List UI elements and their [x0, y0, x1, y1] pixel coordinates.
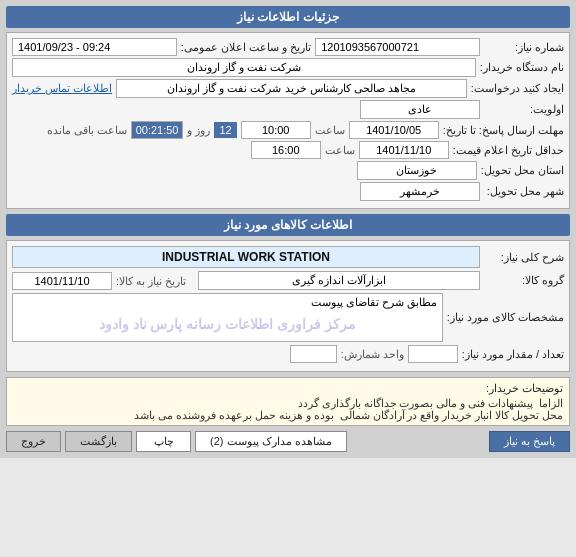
order-number-label: شماره نیاز: [484, 41, 564, 54]
priority-label: اولویت: [484, 103, 564, 116]
main-container: جزئیات اطلاعات نیاز شماره نیاز: 12010935… [0, 0, 576, 458]
city-value: خرمشهر [360, 182, 480, 201]
province-row: استان محل تحویل: خوزستان [12, 161, 564, 180]
specs-row: مشخصات کالای مورد نیاز: مطابق شرح تقاضای… [12, 293, 564, 342]
priority-row: اولویت: عادی [12, 100, 564, 119]
watermark-area: مرکز فراوری اطلاعات رسانه پارس ناد وادود [18, 309, 437, 339]
btn-group-right: پاسخ به نیاز [489, 431, 570, 452]
datetime-value: 1401/09/23 - 09:24 [12, 38, 177, 56]
goods-specs-box: مطابق شرح تقاضای پیوست مرکز فراوری اطلاع… [12, 293, 443, 342]
respond-button[interactable]: پاسخ به نیاز [489, 431, 570, 452]
goods-name-label: شرح کلی نیاز: [484, 251, 564, 264]
send-time-value: 10:00 [241, 121, 311, 139]
buyer-contact-link[interactable]: اطلاعات تماس خریدار [12, 82, 112, 95]
order-number-value: 1201093567000721 [315, 38, 480, 56]
goods-name-value: INDUSTRIAL WORK STATION [12, 246, 480, 268]
datetime-label: تاریخ و ساعت اعلان عمومی: [181, 41, 311, 54]
qty-row: تعداد / مقدار مورد نیاز: واحد شمارش: [12, 345, 564, 363]
province-value: خوزستان [357, 161, 477, 180]
return-button[interactable]: بازگشت [65, 431, 132, 452]
goods-group-label: گروه کالا: [484, 274, 564, 287]
province-label: استان محل تحویل: [481, 164, 564, 177]
view-docs-button[interactable]: مشاهده مدارک پیوست (2) [195, 431, 347, 452]
qty-input[interactable] [408, 345, 458, 363]
priority-value: عادی [360, 100, 480, 119]
city-row: شهر محل تحویل: خرمشهر [12, 182, 564, 201]
goods-group-date-value: 1401/11/10 [12, 272, 112, 290]
last-price-date-row: حداقل تاریخ اعلام قیمت: 1401/11/10 ساعت … [12, 141, 564, 159]
send-time-label: ساعت [315, 124, 345, 136]
send-date-label: مهلت ارسال پاسخ: تا تاریخ: [443, 124, 564, 137]
goods-specs-label: مشخصات کالای مورد نیاز: [447, 311, 564, 324]
last-price-time-label: ساعت [325, 144, 355, 156]
request-create-label: ایجاد کنید درخواست: [471, 82, 564, 95]
buyer-name-row: نام دستگاه خریدار: شرکت نفت و گاز اروندا… [12, 58, 564, 77]
info-box-section1: شماره نیاز: 1201093567000721 تاریخ و ساع… [6, 32, 570, 209]
time-remaining-value: 00:21:50 [131, 121, 184, 139]
last-price-date-value: 1401/11/10 [359, 141, 449, 159]
goods-group-row: گروه کالا: ابزارآلات اندازه گیری تاریخ ن… [12, 271, 564, 290]
last-price-time-value: 16:00 [251, 141, 321, 159]
days-val: 12 [214, 122, 236, 138]
section2-header: اطلاعات کالاهای مورد نیاز [6, 214, 570, 236]
bottom-btn-row: پاسخ به نیاز مشاهده مدارک پیوست (2) چاپ … [6, 431, 570, 452]
order-row: شماره نیاز: 1201093567000721 تاریخ و ساع… [12, 38, 564, 56]
description-label: توضیحات خریدار: [486, 382, 563, 394]
last-price-label: حداقل تاریخ اعلام قیمت: [453, 144, 564, 157]
buyer-name-value: شرکت نفت و گاز اروندان [12, 58, 476, 77]
send-date-value: 1401/10/05 [349, 121, 439, 139]
days-label: روز و [187, 124, 210, 136]
request-creator-row: ایجاد کنید درخواست: مجاهد صالحی کارشناس … [12, 79, 564, 98]
qty-unit-value [290, 345, 337, 363]
description-box: توضیحات خریدار: الزاما پیشنهادات فنی و م… [6, 377, 570, 426]
btn-group-left: مشاهده مدارک پیوست (2) چاپ بازگشت خروج [6, 431, 347, 452]
specs-value: مطابق شرح تقاضای پیوست [311, 296, 437, 308]
goods-name-row: شرح کلی نیاز: INDUSTRIAL WORK STATION [12, 246, 564, 268]
buyer-name-label: نام دستگاه خریدار: [480, 61, 564, 74]
goods-group-value: ابزارآلات اندازه گیری [198, 271, 480, 290]
exit-button[interactable]: خروج [6, 431, 61, 452]
goods-section: شرح کلی نیاز: INDUSTRIAL WORK STATION گر… [6, 240, 570, 372]
city-label: شهر محل تحویل: [484, 185, 564, 198]
qty-label: تعداد / مقدار مورد نیاز: [462, 348, 564, 361]
send-date-row: مهلت ارسال پاسخ: تا تاریخ: 1401/10/05 سا… [12, 121, 564, 139]
watermark-text: مرکز فراوری اطلاعات رسانه پارس ناد وادود [18, 316, 437, 332]
qty-unit-label: واحد شمارش: [341, 348, 404, 360]
time-remaining-suffix: ساعت باقی مانده [47, 124, 127, 136]
print-button[interactable]: چاپ [136, 431, 191, 452]
request-creator-value: مجاهد صالحی کارشناس خرید شرکت نفت و گاز … [116, 79, 467, 98]
goods-group-date-label: تاریخ نیاز به کالا: [116, 275, 186, 287]
description-value: الزاما پیشنهادات فنی و مالی بصورت جداگان… [13, 397, 563, 421]
section1-header: جزئیات اطلاعات نیاز [6, 6, 570, 28]
